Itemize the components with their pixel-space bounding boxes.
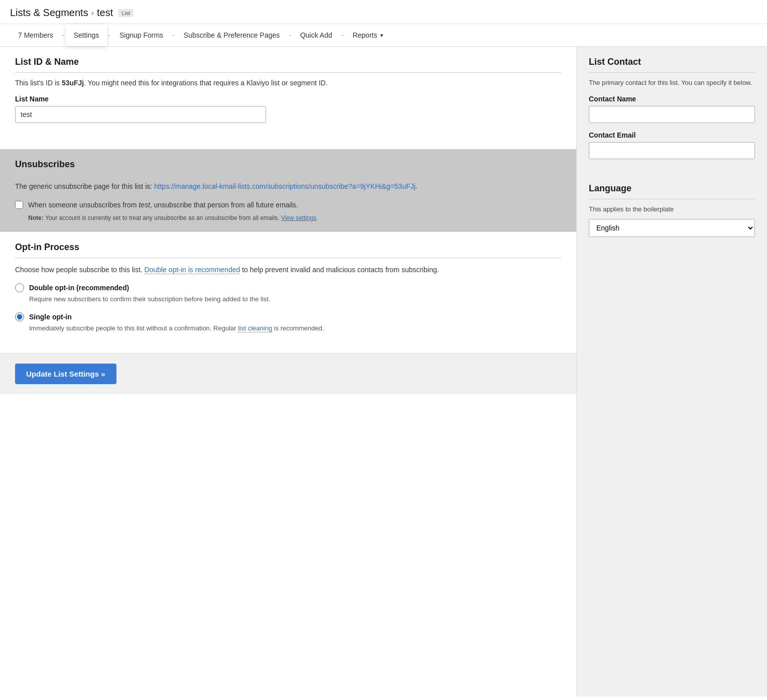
contact-email-label: Contact Email — [589, 131, 755, 139]
language-select[interactable]: EnglishFrenchGermanSpanishItalianPortugu… — [589, 219, 755, 237]
breadcrumb-parent[interactable]: Lists & Segments — [10, 7, 88, 19]
single-optin-label: Single opt-in — [29, 313, 72, 321]
unsubscribe-url-link[interactable]: https://manage.local-kmail-lists.com/sub… — [154, 182, 416, 190]
double-optin-label: Double opt-in (recommended) — [29, 284, 129, 292]
list-id-value: 53uFJj — [62, 79, 84, 87]
footer-bar: Update List Settings » — [0, 353, 576, 394]
unsubscribe-checkbox-label: When someone unsubscribes from test, uns… — [28, 200, 298, 210]
unsubscribe-note: Note: Your account is currently set to t… — [28, 214, 561, 221]
single-optin-radio[interactable] — [15, 312, 24, 321]
unsubscribes-section: Unsubscribes The generic unsubscribe pag… — [0, 149, 576, 231]
list-contact-desc: The primary contact for this list. You c… — [589, 78, 755, 88]
reports-dropdown-icon: ▼ — [379, 33, 384, 38]
language-desc: This applies to the boilerplate — [589, 204, 755, 214]
language-title: Language — [589, 183, 755, 199]
nav-settings[interactable]: Settings — [66, 24, 107, 46]
list-contact-section: List Contact The primary contact for thi… — [589, 57, 755, 167]
list-contact-title: List Contact — [589, 57, 755, 73]
optin-title: Opt-in Process — [15, 242, 561, 258]
contact-name-input[interactable] — [589, 106, 755, 123]
list-name-label: List Name — [15, 95, 561, 103]
unsubscribes-title: Unsubscribes — [15, 159, 561, 175]
optin-section: Opt-in Process Choose how people subscri… — [0, 231, 576, 343]
double-optin-option: Double opt-in (recommended) Require new … — [15, 283, 561, 304]
breadcrumb-current: test — [97, 7, 113, 19]
double-optin-recommended-link[interactable]: Double opt-in is recommended — [145, 266, 240, 274]
view-settings-link[interactable]: View settings — [281, 214, 316, 221]
double-optin-desc: Require new subscribers to confirm their… — [29, 294, 561, 304]
breadcrumb-chevron: › — [91, 9, 94, 18]
double-optin-radio[interactable] — [15, 283, 24, 292]
list-id-title: List ID & Name — [15, 57, 561, 73]
breadcrumb: Lists & Segments › test List — [10, 7, 757, 19]
list-id-description: This list's ID is 53uFJj. You might need… — [15, 79, 561, 87]
unsubscribe-all-checkbox[interactable] — [15, 201, 23, 209]
update-settings-button[interactable]: Update List Settings » — [15, 364, 116, 384]
optin-radio-group: Double opt-in (recommended) Require new … — [15, 283, 561, 333]
contact-email-input[interactable] — [589, 142, 755, 159]
contact-name-label: Contact Name — [589, 95, 755, 103]
nav-bar: 7 Members - Settings - Signup Forms - Su… — [0, 24, 767, 47]
optin-desc: Choose how people subscribe to this list… — [15, 264, 561, 275]
nav-subscribe-pages[interactable]: Subscribe & Preference Pages — [176, 24, 288, 46]
unsubscribe-url-desc: The generic unsubscribe page for this li… — [15, 181, 561, 192]
breadcrumb-badge: List — [118, 9, 134, 17]
list-name-input[interactable] — [15, 106, 266, 123]
unsubscribe-all-checkbox-row: When someone unsubscribes from test, uns… — [15, 200, 561, 210]
nav-signup-forms[interactable]: Signup Forms — [111, 24, 171, 46]
list-cleaning-link[interactable]: list cleaning — [238, 324, 272, 332]
single-optin-option: Single opt-in Immediately subscribe peop… — [15, 312, 561, 333]
nav-reports[interactable]: Reports ▼ — [344, 24, 392, 46]
list-id-section: List ID & Name This list's ID is 53uFJj.… — [0, 47, 576, 133]
nav-quick-add[interactable]: Quick Add — [292, 24, 340, 46]
nav-members[interactable]: 7 Members — [10, 24, 61, 46]
language-section: Language This applies to the boilerplate… — [589, 183, 755, 238]
single-optin-desc: Immediately subscribe people to this lis… — [29, 323, 561, 333]
